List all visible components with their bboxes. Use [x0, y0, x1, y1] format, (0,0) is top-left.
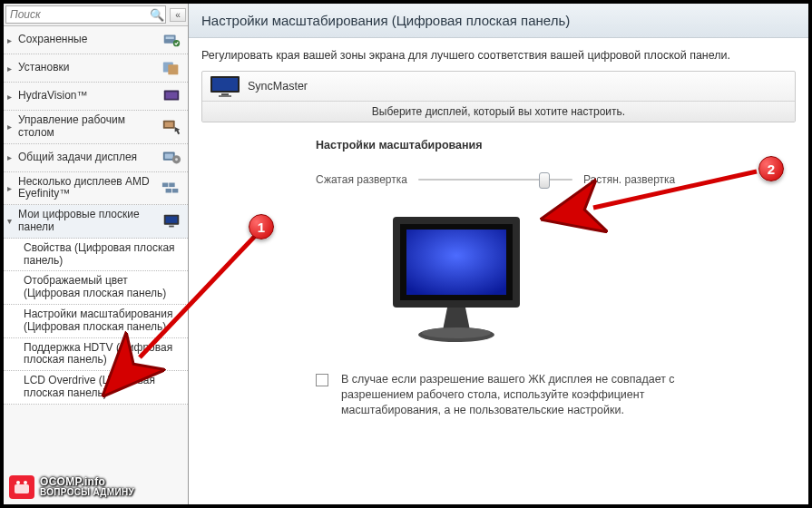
svg-rect-10 — [165, 153, 173, 159]
chevron-right-icon: ▸ — [7, 92, 16, 102]
slider-thumb[interactable] — [539, 172, 550, 189]
svg-rect-16 — [172, 189, 178, 193]
sidebar-item-label: Настройки масштабирования (Цифровая плос… — [24, 308, 182, 334]
monitor-icon — [210, 75, 240, 97]
note-row: В случае если разрешение вашего ЖК диспл… — [316, 372, 715, 418]
chevron-right-icon: ▸ — [7, 64, 16, 73]
sidebar-item-presets[interactable]: ▸ Установки — [4, 54, 188, 83]
sidebar-item-label: Общий задачи дисплея — [18, 151, 157, 164]
search-input[interactable] — [5, 5, 166, 24]
presets-icon — [161, 58, 182, 78]
sidebar-item-label: Поддержка HDTV (Цифровая плоская панель) — [24, 342, 182, 367]
flat-panel-icon — [161, 211, 182, 231]
svg-rect-14 — [169, 183, 174, 188]
svg-rect-22 — [221, 93, 229, 95]
display-name: SyncMaster — [248, 80, 308, 93]
display-row[interactable]: SyncMaster — [202, 72, 795, 101]
use-scaling-checkbox[interactable] — [316, 374, 328, 386]
svg-rect-6 — [166, 92, 178, 98]
section-title: Настройки масштабирования — [316, 139, 808, 151]
chevron-down-icon: ▾ — [7, 216, 16, 226]
sidebar-item-label: Управление рабочим столом — [18, 114, 157, 140]
sidebar-sub-scaling[interactable]: Настройки масштабирования (Цифровая плос… — [4, 305, 188, 338]
svg-rect-18 — [166, 216, 178, 222]
sidebar-list: ▸ Сохраненные ▸ Установки ▸ HydraVision™ — [4, 26, 188, 504]
sidebar-item-label: Мои цифровые плоские панели — [18, 209, 157, 234]
sidebar-sub-overdrive[interactable]: LCD Overdrive (Цифровая плоская панель) — [4, 371, 188, 405]
svg-rect-19 — [169, 226, 174, 228]
search-row: 🔍 « — [4, 4, 188, 26]
sidebar-item-digital-panels[interactable]: ▾ Мои цифровые плоские панели — [4, 205, 188, 239]
eyefinity-icon — [161, 178, 182, 198]
sidebar-item-label: LCD Overdrive (Цифровая плоская панель) — [24, 375, 182, 400]
display-picker: SyncMaster Выберите дисплей, который вы … — [201, 71, 796, 122]
note-text: В случае если разрешение вашего ЖК диспл… — [341, 372, 715, 418]
page-title: Настройки масштабирования (Цифровая плос… — [189, 4, 808, 38]
svg-rect-15 — [166, 189, 171, 193]
slider-label-right: Растян. развертка — [583, 173, 675, 186]
sidebar-item-label: Несколько дисплеев AMD Eyefinity™ — [18, 176, 157, 201]
sidebar: 🔍 « ▸ Сохраненные ▸ Установки ▸ — [4, 4, 189, 504]
sidebar-item-display-tasks[interactable]: ▸ Общий задачи дисплея — [4, 144, 188, 172]
chevron-right-icon: ▸ — [7, 35, 16, 45]
svg-rect-8 — [165, 122, 173, 127]
svg-rect-23 — [219, 95, 231, 97]
svg-rect-13 — [162, 183, 168, 188]
sidebar-item-label: Сохраненные — [18, 34, 157, 46]
sidebar-item-eyefinity[interactable]: ▸ Несколько дисплеев AMD Eyefinity™ — [4, 172, 188, 206]
chevron-right-icon: ▸ — [7, 183, 16, 193]
svg-rect-4 — [168, 64, 178, 74]
monitor-preview — [370, 208, 808, 356]
page-description: Регулировать края вашей зоны экрана для … — [189, 38, 808, 69]
display-tasks-icon — [161, 148, 182, 168]
chevron-right-icon: ▸ — [7, 152, 16, 162]
slider-label-left: Сжатая развертка — [316, 173, 407, 186]
profile-save-icon — [161, 30, 182, 50]
chevron-right-icon: ▸ — [7, 122, 16, 132]
collapse-sidebar-button[interactable]: « — [170, 8, 186, 22]
sidebar-item-label: Отображаемый цвет (Цифровая плоская пане… — [24, 275, 182, 300]
display-hint: Выберите дисплей, который вы хотите наст… — [202, 101, 795, 122]
sidebar-sub-color[interactable]: Отображаемый цвет (Цифровая плоская пане… — [4, 271, 188, 305]
svg-rect-1 — [166, 36, 174, 39]
scaling-controls: Сжатая развертка Растян. развертка — [316, 171, 808, 418]
desktop-icon — [161, 117, 182, 137]
sidebar-sub-properties[interactable]: Свойства (Цифровая плоская панель) — [4, 239, 188, 272]
scaling-slider[interactable] — [418, 171, 572, 188]
sidebar-item-label: HydraVision™ — [18, 90, 157, 103]
sidebar-item-desktop-management[interactable]: ▸ Управление рабочим столом — [4, 111, 188, 144]
sidebar-item-label: Свойства (Цифровая плоская панель) — [24, 242, 182, 268]
sidebar-item-label: Установки — [18, 62, 157, 74]
svg-rect-21 — [212, 78, 238, 91]
svg-rect-27 — [406, 230, 506, 295]
hydravision-icon — [161, 86, 182, 106]
main-pane: Настройки масштабирования (Цифровая плос… — [189, 4, 808, 504]
svg-point-29 — [422, 327, 491, 338]
svg-point-12 — [175, 158, 178, 161]
sidebar-item-hydravision[interactable]: ▸ HydraVision™ — [4, 83, 188, 111]
sidebar-item-saved[interactable]: ▸ Сохраненные — [4, 26, 188, 54]
sidebar-sub-hdtv[interactable]: Поддержка HDTV (Цифровая плоская панель) — [4, 338, 188, 372]
